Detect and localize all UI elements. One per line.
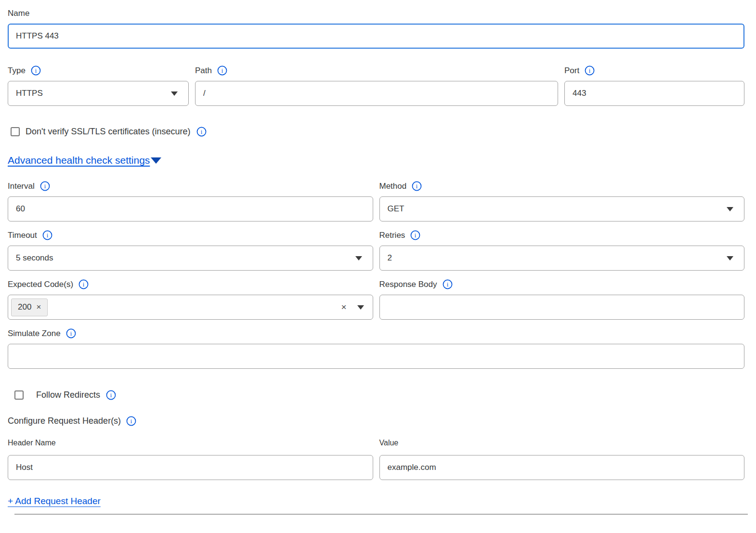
code-tag: 200 × <box>11 299 48 316</box>
interval-field-group: Interval i <box>8 181 373 221</box>
method-field-group: Method i GET <box>379 181 745 221</box>
info-icon[interactable]: i <box>66 328 76 338</box>
info-icon[interactable]: i <box>410 230 420 240</box>
timeout-field-group: Timeout i 5 seconds <box>8 230 373 271</box>
interval-label: Interval <box>8 182 35 191</box>
type-path-port-row: Type i HTTPS Path i Port <box>8 65 744 106</box>
info-icon[interactable]: i <box>196 127 207 137</box>
svg-text:i: i <box>446 281 448 288</box>
info-icon[interactable]: i <box>78 279 89 289</box>
info-icon[interactable]: i <box>106 390 116 400</box>
code-tag-value: 200 <box>18 302 31 312</box>
info-icon[interactable]: i <box>40 181 50 191</box>
path-label: Path <box>195 66 212 76</box>
response-body-label: Response Body <box>379 280 437 289</box>
advanced-settings-link-label: Advanced health check settings <box>8 155 150 166</box>
svg-text:i: i <box>35 67 37 74</box>
timeout-label: Timeout <box>8 231 37 240</box>
method-select-value: GET <box>388 204 404 214</box>
type-label: Type <box>8 66 26 76</box>
method-label: Method <box>379 182 407 191</box>
ssl-verify-checkbox-row: Don't verify SSL/TLS certificates (insec… <box>8 127 744 137</box>
section-divider <box>14 514 748 515</box>
simulate-zone-label: Simulate Zone <box>8 329 61 338</box>
svg-text:i: i <box>416 183 418 190</box>
svg-text:i: i <box>110 392 112 399</box>
path-input[interactable] <box>195 81 558 106</box>
info-icon[interactable]: i <box>217 65 227 76</box>
header-value-input[interactable] <box>379 455 745 480</box>
follow-redirects-label: Follow Redirects <box>36 390 100 400</box>
simulate-zone-input[interactable] <box>8 344 744 369</box>
path-field-group: Path i <box>195 65 558 106</box>
clear-all-icon[interactable]: × <box>341 302 346 312</box>
codes-body-row: Expected Code(s) i 200 × × Response Body… <box>8 279 744 320</box>
ssl-verify-checkbox[interactable] <box>11 127 20 136</box>
chevron-down-icon <box>171 91 178 96</box>
info-icon[interactable]: i <box>126 416 136 426</box>
port-label: Port <box>564 66 579 76</box>
expected-codes-multiselect[interactable]: 200 × × <box>8 295 373 320</box>
info-icon[interactable]: i <box>42 230 52 240</box>
advanced-settings-link[interactable]: Advanced health check settings <box>8 155 161 166</box>
info-icon[interactable]: i <box>585 65 595 76</box>
expected-codes-label: Expected Code(s) <box>8 280 73 289</box>
follow-redirects-row: Follow Redirects i <box>8 390 744 400</box>
svg-text:i: i <box>130 418 132 425</box>
response-body-input[interactable] <box>379 295 745 320</box>
svg-text:i: i <box>83 281 85 288</box>
request-header-row: Header Name Value <box>8 439 744 480</box>
interval-input[interactable] <box>8 196 373 221</box>
header-name-field-group: Header Name <box>8 439 373 480</box>
response-body-field-group: Response Body i <box>379 279 745 320</box>
retries-select[interactable]: 2 <box>379 246 745 271</box>
info-icon[interactable]: i <box>31 65 41 76</box>
type-select[interactable]: HTTPS <box>8 81 189 106</box>
timeout-retries-row: Timeout i 5 seconds Retries i 2 <box>8 230 744 271</box>
header-name-input[interactable] <box>8 455 373 480</box>
name-label: Name <box>8 9 29 18</box>
chevron-down-icon <box>727 256 733 260</box>
retries-select-value: 2 <box>388 253 392 263</box>
svg-text:i: i <box>415 232 417 239</box>
follow-redirects-checkbox[interactable] <box>14 390 24 400</box>
header-value-field-group: Value <box>379 439 745 480</box>
expected-codes-field-group: Expected Code(s) i 200 × × <box>8 279 373 320</box>
triangle-down-icon <box>151 157 161 164</box>
name-input[interactable] <box>8 24 744 49</box>
svg-text:i: i <box>222 67 223 74</box>
retries-field-group: Retries i 2 <box>379 230 745 271</box>
info-icon[interactable]: i <box>412 181 422 191</box>
type-select-value: HTTPS <box>16 89 43 98</box>
chevron-down-icon <box>727 207 733 211</box>
interval-method-row: Interval i Method i GET <box>8 181 744 221</box>
svg-text:i: i <box>47 232 49 239</box>
health-check-form: Name Type i HTTPS Path i <box>0 0 756 515</box>
timeout-select-value: 5 seconds <box>16 253 53 263</box>
ssl-verify-checkbox-label: Don't verify SSL/TLS certificates (insec… <box>26 127 191 137</box>
svg-text:i: i <box>44 183 46 190</box>
svg-text:i: i <box>200 129 202 135</box>
chevron-down-icon <box>355 256 362 260</box>
type-field-group: Type i HTTPS <box>8 65 189 106</box>
svg-text:i: i <box>589 67 591 74</box>
header-value-label: Value <box>379 439 745 447</box>
simulate-zone-field-group: Simulate Zone i <box>8 328 744 369</box>
svg-text:i: i <box>70 330 72 337</box>
method-select[interactable]: GET <box>379 196 745 221</box>
request-headers-section-label-row: Configure Request Header(s) i <box>8 416 744 426</box>
tag-remove-icon[interactable]: × <box>36 302 41 312</box>
chevron-down-icon[interactable] <box>357 305 364 310</box>
timeout-select[interactable]: 5 seconds <box>8 246 373 271</box>
port-field-group: Port i <box>564 65 744 106</box>
port-input[interactable] <box>564 81 744 106</box>
header-name-label: Header Name <box>8 439 373 447</box>
retries-label: Retries <box>379 231 405 240</box>
add-request-header-link[interactable]: + Add Request Header <box>8 496 101 507</box>
request-headers-section-label: Configure Request Header(s) <box>8 416 121 426</box>
info-icon[interactable]: i <box>443 279 453 289</box>
name-field-group: Name <box>8 9 744 49</box>
